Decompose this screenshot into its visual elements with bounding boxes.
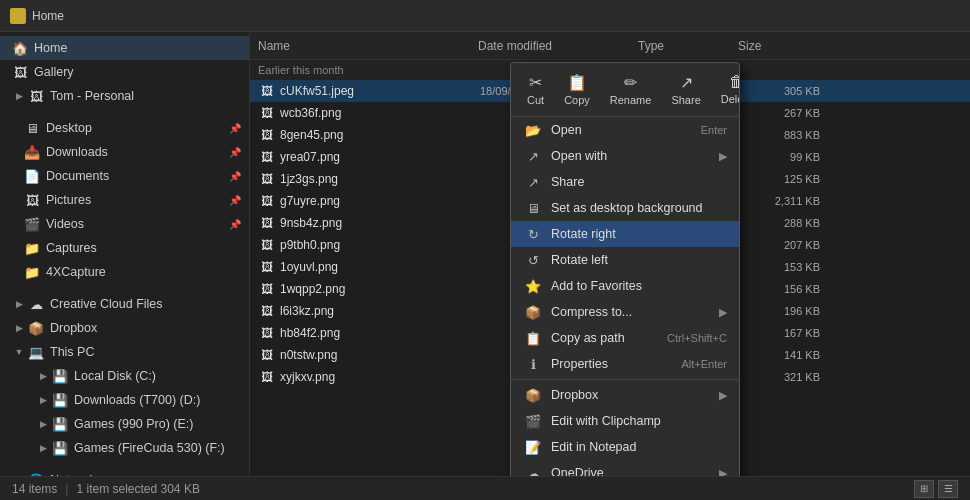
ctx-toolbar-delete[interactable]: 🗑Delete [713,69,740,110]
sidebar-item-4xcapture[interactable]: 📁4XCapture [0,260,249,284]
ctx-item-label-rotate-right: Rotate right [551,227,727,241]
file-icon: 🖼 [258,192,276,210]
sidebar-icon-local-disk: 💾 [52,368,68,384]
file-name: g7uyre.png [280,194,480,208]
ctx-toolbar-share[interactable]: ↗Share [663,69,708,110]
sidebar-separator [0,284,249,292]
file-icon: 🖼 [258,170,276,188]
sidebar-icon-downloads: 📥 [24,144,40,160]
ctx-tb-icon-copy: 📋 [567,73,587,92]
sidebar-item-videos[interactable]: 🎬Videos📌 [0,212,249,236]
ctx-item-label-share: Share [551,175,727,189]
sidebar-item-desktop[interactable]: 🖥Desktop📌 [0,116,249,140]
titlebar: Home [0,0,970,32]
file-name: cUKfw51.jpeg [280,84,480,98]
titlebar-icon [10,8,26,24]
sidebar-label-games-firecuda: Games (FireCuda 530) (F:) [74,441,225,455]
file-size: 196 KB [740,305,820,317]
ctx-item-open[interactable]: 📂OpenEnter [511,117,739,143]
ctx-item-label-add-favorites: Add to Favorites [551,279,727,293]
ctx-item-add-favorites[interactable]: ⭐Add to Favorites [511,273,739,299]
ctx-item-rotate-right[interactable]: ↻Rotate right [511,221,739,247]
ctx-item-label-open-with: Open with [551,149,719,163]
sidebar-item-gallery[interactable]: 🖼Gallery [0,60,249,84]
ctx-toolbar-cut[interactable]: ✂Cut [519,69,552,110]
ctx-item-arrow-onedrive: ▶ [719,467,727,477]
sidebar-item-games-firecuda[interactable]: ▶💾Games (FireCuda 530) (F:) [0,436,249,460]
statusbar-selected: 1 item selected 304 KB [76,482,199,496]
col-header-name: Name [258,39,478,53]
ctx-item-shortcut-open: Enter [701,124,727,136]
ctx-item-properties[interactable]: ℹPropertiesAlt+Enter [511,351,739,377]
ctx-separator [511,379,739,380]
sidebar-item-downloads-t700[interactable]: ▶💾Downloads (T700) (D:) [0,388,249,412]
ctx-tb-icon-delete: 🗑 [729,73,740,91]
ctx-item-clipchamp[interactable]: 🎬Edit with Clipchamp [511,408,739,434]
ctx-tb-icon-rename: ✏ [624,73,637,92]
sidebar-label-captures: Captures [46,241,97,255]
view-grid-button[interactable]: ⊞ [914,480,934,498]
filelist: Name Date modified Type Size Earlier thi… [250,32,970,476]
sidebar-arrow-creative-cloud: ▶ [12,297,26,311]
sidebar-icon-home: 🏠 [12,40,28,56]
ctx-item-icon-rotate-right: ↻ [523,226,543,242]
file-icon: 🖼 [258,214,276,232]
ctx-item-notepad[interactable]: 📝Edit in Notepad [511,434,739,460]
file-name: yrea07.png [280,150,480,164]
sidebar-item-creative-cloud[interactable]: ▶☁Creative Cloud Files [0,292,249,316]
ctx-item-icon-copy-path: 📋 [523,330,543,346]
file-name: n0tstw.png [280,348,480,362]
statusbar: 14 items | 1 item selected 304 KB ⊞ ☰ [0,476,970,500]
file-name: wcb36f.png [280,106,480,120]
sidebar-pin-downloads: 📌 [229,147,241,158]
sidebar-item-network[interactable]: ▶🌐Network [0,468,249,476]
file-icon: 🖼 [258,280,276,298]
ctx-item-label-notepad: Edit in Notepad [551,440,727,454]
file-name: 8gen45.png [280,128,480,142]
file-name: hb84f2.png [280,326,480,340]
ctx-item-arrow-dropbox: ▶ [719,389,727,402]
ctx-item-label-dropbox: Dropbox [551,388,719,402]
ctx-item-set-desktop[interactable]: 🖥Set as desktop background [511,195,739,221]
ctx-toolbar-copy[interactable]: 📋Copy [556,69,598,110]
sidebar-item-downloads[interactable]: 📥Downloads📌 [0,140,249,164]
sidebar-icon-4xcapture: 📁 [24,264,40,280]
file-name: 9nsb4z.png [280,216,480,230]
sidebar-item-pictures[interactable]: 🖼Pictures📌 [0,188,249,212]
ctx-item-label-properties: Properties [551,357,673,371]
sidebar-item-this-pc[interactable]: ▼💻This PC [0,340,249,364]
ctx-item-share[interactable]: ↗Share [511,169,739,195]
ctx-item-rotate-left[interactable]: ↺Rotate left [511,247,739,273]
file-size: 321 KB [740,371,820,383]
sidebar-item-tom-personal[interactable]: ▶🖼Tom - Personal [0,84,249,108]
ctx-item-copy-path[interactable]: 📋Copy as pathCtrl+Shift+C [511,325,739,351]
sidebar-item-documents[interactable]: 📄Documents📌 [0,164,249,188]
ctx-item-dropbox[interactable]: 📦Dropbox▶ [511,382,739,408]
sidebar-item-local-disk[interactable]: ▶💾Local Disk (C:) [0,364,249,388]
file-name: 1oyuvl.png [280,260,480,274]
sidebar-icon-downloads-t700: 💾 [52,392,68,408]
sidebar-icon-tom-personal: 🖼 [28,88,44,104]
ctx-toolbar-rename[interactable]: ✏Rename [602,69,660,110]
sidebar-icon-dropbox: 📦 [28,320,44,336]
sidebar-icon-creative-cloud: ☁ [28,296,44,312]
sidebar-item-home[interactable]: 🏠Home [0,36,249,60]
ctx-tb-label-rename: Rename [610,94,652,106]
sidebar-label-tom-personal: Tom - Personal [50,89,134,103]
filelist-header: Name Date modified Type Size [250,32,970,60]
sidebar-arrow-games-firecuda: ▶ [36,441,50,455]
ctx-item-open-with[interactable]: ↗Open with▶ [511,143,739,169]
view-list-button[interactable]: ☰ [938,480,958,498]
sidebar-label-this-pc: This PC [50,345,94,359]
file-icon: 🖼 [258,148,276,166]
sidebar-item-dropbox[interactable]: ▶📦Dropbox [0,316,249,340]
sidebar-item-captures[interactable]: 📁Captures [0,236,249,260]
ctx-item-compress[interactable]: 📦Compress to...▶ [511,299,739,325]
sidebar-label-creative-cloud: Creative Cloud Files [50,297,163,311]
file-icon: 🖼 [258,104,276,122]
file-icon: 🖼 [258,126,276,144]
sidebar-item-games-990[interactable]: ▶💾Games (990 Pro) (E:) [0,412,249,436]
sidebar-icon-games-firecuda: 💾 [52,440,68,456]
ctx-item-onedrive[interactable]: ☁OneDrive▶ [511,460,739,476]
statusbar-items: 14 items [12,482,57,496]
